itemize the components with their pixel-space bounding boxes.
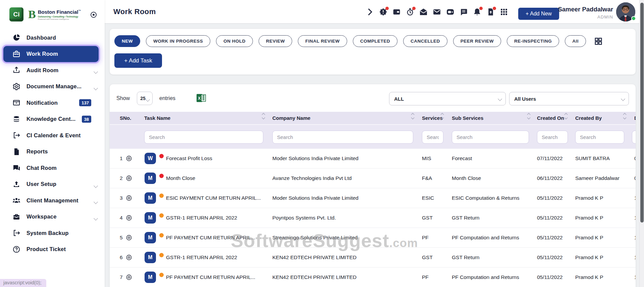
task-name[interactable]: PF PAYMENT CUM RETURN APRIL... [166, 235, 255, 241]
filter-pill-new[interactable]: NEW [114, 35, 140, 47]
task-name[interactable]: GSTR-1 RETURN APRIL 2022 [166, 254, 237, 260]
sort-icon[interactable] [412, 113, 414, 119]
add-task-button[interactable]: + Add Task [114, 53, 162, 68]
sidebar-item-dashboard[interactable]: Dashboard [0, 30, 105, 46]
search-input-created-on[interactable] [537, 131, 568, 144]
sort-icon[interactable] [441, 113, 443, 119]
search-input-d[interactable] [632, 131, 636, 144]
column-header-created-on[interactable]: Created On [537, 112, 564, 124]
apps-grid-icon[interactable] [500, 8, 508, 16]
user-block[interactable]: Sameer Paddalwar ADMIN [558, 6, 613, 19]
column-header-task-name[interactable]: Task Name [144, 112, 170, 124]
search-input-services[interactable] [422, 131, 443, 144]
video-icon[interactable] [446, 8, 454, 16]
vertical-scrollbar [639, 0, 644, 287]
filter-pill-re-inspecting[interactable]: RE-INSPECTING [507, 35, 559, 47]
dashboard-icon [12, 34, 20, 42]
sidebar-item-user-setup[interactable]: User Setup [0, 176, 105, 193]
due-value: 1 [634, 274, 636, 280]
task-name[interactable]: PF PAYMENT CUM RETURN APRIL... [166, 274, 255, 280]
sort-icon[interactable] [624, 113, 626, 119]
view-eye-icon[interactable] [126, 175, 132, 182]
grid-view-icon[interactable] [594, 37, 603, 46]
sort-icon[interactable] [528, 113, 530, 119]
sort-icon[interactable] [565, 113, 567, 119]
filter-pill-on-hold[interactable]: ON HOLD [216, 35, 253, 47]
sidebar-item-notification[interactable]: Notification137 [0, 95, 105, 111]
sidebar-toggle-icon[interactable] [91, 12, 97, 18]
search-input-task-name[interactable] [144, 131, 263, 144]
sort-icon[interactable] [262, 113, 265, 119]
view-eye-icon[interactable] [126, 235, 132, 241]
sidebar-item-ci-calender-event[interactable]: CI Calender & Event [0, 127, 105, 144]
search-input-company-name[interactable] [272, 131, 413, 144]
task-name[interactable]: ESIC PAYMENT CUM RETURN APRIL... [166, 195, 261, 201]
row-number: 1 [120, 155, 123, 161]
search-input-created-by[interactable] [575, 131, 624, 144]
file-upload-icon[interactable] [486, 8, 495, 16]
sidebar-item-client-management[interactable]: Client Management [0, 192, 105, 209]
scrollbar-thumb[interactable] [640, 3, 644, 223]
mail-open-icon[interactable] [419, 8, 428, 16]
column-header-services[interactable]: Services [422, 112, 443, 124]
excel-export-icon[interactable]: X [196, 93, 206, 103]
chevron-right-icon[interactable] [366, 8, 374, 16]
sidebar-item-chat-room[interactable]: Chat Room [0, 160, 105, 176]
filter-pill-final-review[interactable]: FINAL REVIEW [298, 35, 347, 47]
row-number: 3 [120, 195, 123, 201]
service-filter-select[interactable]: ALL [389, 92, 506, 105]
task-name[interactable]: Month Close [166, 175, 195, 181]
filter-pill-review[interactable]: REVIEW [259, 35, 292, 47]
filter-pill-cancelled[interactable]: CANCELLED [403, 35, 447, 47]
priority-dot [159, 273, 164, 277]
timer-icon[interactable] [406, 8, 414, 16]
company-name: Poyntpos Systems Pvt. Ltd. [272, 215, 336, 221]
created-on: 05/11/2022 [537, 195, 562, 201]
message-icon[interactable] [460, 8, 468, 16]
chevron-down-icon [621, 97, 625, 101]
user-filter-select[interactable]: All Users [509, 92, 629, 105]
tasks-table-card: Show 25 entries X ALL All Users SNo.Task… [110, 84, 636, 287]
page: Ci B Boston Financial™ Outsourcing • Con… [0, 0, 644, 287]
sidebar-item-audit-room[interactable]: Audit Room [0, 62, 105, 79]
filter-pill-peer-review[interactable]: PEER REVIEW [453, 35, 501, 47]
sidebar-item-label: Work Room [26, 51, 58, 57]
mail-icon[interactable] [433, 8, 441, 16]
bell-icon[interactable] [473, 8, 481, 16]
task-name[interactable]: GSTR-1 RETURN APRIL 2022 [166, 215, 237, 221]
view-eye-icon[interactable] [126, 254, 132, 261]
column-header-sno[interactable]: SNo. [120, 112, 131, 124]
search-input-sub-services[interactable] [452, 131, 529, 144]
column-header-company-name[interactable]: Company Name [272, 112, 310, 124]
table-row: 1WForecast Profit LossModer Solutions In… [110, 149, 636, 169]
column-header-d[interactable]: D [634, 112, 636, 124]
column-header-created-by[interactable]: Created By [575, 112, 602, 124]
task-name[interactable]: Forecast Profit Loss [166, 155, 212, 161]
sidebar-item-knowledge-cent[interactable]: Knowledge Cent...38 [0, 111, 105, 128]
view-eye-icon[interactable] [126, 195, 132, 201]
wallet-icon[interactable] [392, 8, 401, 16]
sub-service: Forecast [452, 155, 472, 161]
chevron-down-icon [498, 97, 502, 101]
sidebar-item-reports[interactable]: Reports [0, 144, 105, 160]
filter-pill-work-in-progress[interactable]: WORK IN PROGRESS [146, 35, 210, 47]
add-new-button[interactable]: + Add New [518, 8, 559, 20]
priority-dot [159, 194, 164, 198]
sidebar-item-system-backup[interactable]: System Backup [0, 225, 105, 241]
view-eye-icon[interactable] [126, 215, 132, 221]
sidebar-item-work-room[interactable]: Work Room [3, 46, 99, 62]
sidebar-item-product-ticket[interactable]: Product Ticket [0, 241, 105, 258]
page-size-select[interactable]: 25 [137, 92, 153, 105]
sidebar-item-workspace[interactable]: Workspace [0, 209, 105, 225]
view-eye-icon[interactable] [126, 274, 132, 281]
column-header-sub-services[interactable]: Sub Services [452, 112, 483, 124]
sidebar-item-document-manage[interactable]: Document Manage... [0, 79, 105, 95]
table-search-row [110, 124, 636, 149]
service: F&A [422, 175, 432, 181]
notification-dot [385, 7, 389, 10]
filter-pill-all[interactable]: All [565, 35, 586, 47]
view-eye-icon[interactable] [126, 155, 132, 162]
task-type-badge: M [145, 252, 156, 263]
alert-badge-icon[interactable] [379, 8, 387, 16]
filter-pill-completed[interactable]: COMPLETED [353, 35, 397, 47]
